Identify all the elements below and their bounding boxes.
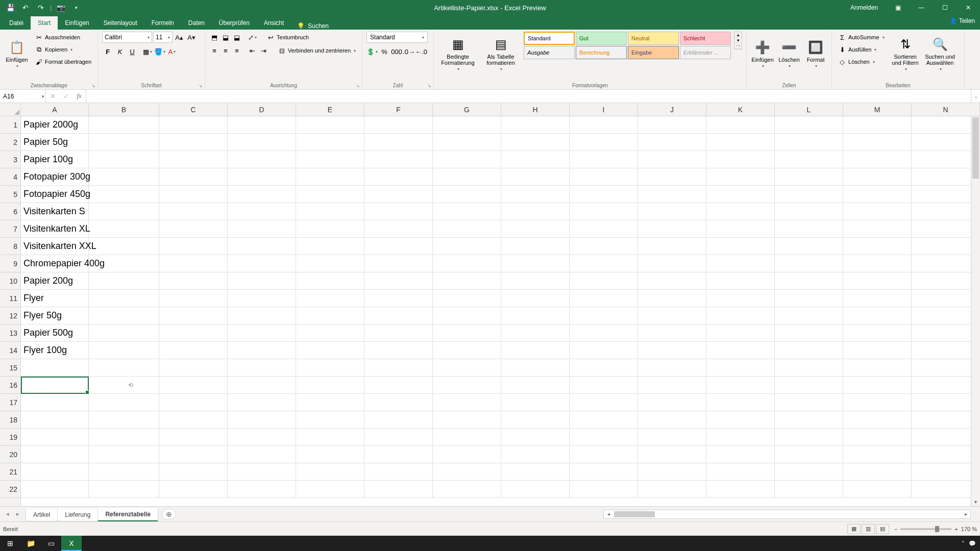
cell-B2[interactable] <box>89 134 159 151</box>
close-icon[interactable]: ✕ <box>957 0 980 15</box>
autosum-button[interactable]: ΣAutoSumme▾ <box>836 32 887 43</box>
cell-D22[interactable] <box>228 481 296 497</box>
cell-D11[interactable] <box>228 290 296 307</box>
cell-H22[interactable] <box>501 481 570 497</box>
cell-E13[interactable] <box>296 324 364 341</box>
select-all-button[interactable] <box>0 103 21 116</box>
cell-C8[interactable] <box>159 238 228 255</box>
cell-D1[interactable] <box>228 116 296 133</box>
cell-M9[interactable] <box>843 255 912 272</box>
column-header-K[interactable]: K <box>706 103 775 116</box>
cell-K12[interactable] <box>706 307 775 324</box>
cell-B11[interactable] <box>89 290 159 307</box>
row-header-17[interactable]: 17 <box>0 394 20 411</box>
vertical-scrollbar[interactable]: ▴ ▾ <box>971 116 980 506</box>
cell-J17[interactable] <box>638 394 706 411</box>
cell-M7[interactable] <box>843 220 912 237</box>
cell-I8[interactable] <box>570 238 638 255</box>
cell-L20[interactable] <box>775 446 843 463</box>
cell-L19[interactable] <box>775 429 843 445</box>
row-header-3[interactable]: 3 <box>0 151 20 168</box>
cell-N6[interactable] <box>912 203 980 220</box>
cell-G15[interactable] <box>433 359 501 376</box>
cell-E19[interactable] <box>296 429 364 445</box>
gallery-more-icon[interactable]: ⋯ <box>734 43 742 49</box>
styles-gallery-scroll[interactable]: ▴ ▾ ⋯ <box>734 32 742 49</box>
cell-M6[interactable] <box>843 203 912 220</box>
align-launcher-icon[interactable]: ↘ <box>356 83 360 88</box>
cell-L16[interactable] <box>775 377 843 393</box>
camera-icon[interactable]: 📷 <box>55 2 67 14</box>
cell-K1[interactable] <box>706 116 775 133</box>
cell-L3[interactable] <box>775 151 843 168</box>
cell-N17[interactable] <box>912 394 980 411</box>
cell-A22[interactable] <box>21 481 89 497</box>
tab-ueberpruefen[interactable]: Überprüfen <box>212 16 257 30</box>
cell-M20[interactable] <box>843 446 912 463</box>
cell-I2[interactable] <box>570 134 638 151</box>
cell-D13[interactable] <box>228 324 296 341</box>
cell-D9[interactable] <box>228 255 296 272</box>
row-header-10[interactable]: 10 <box>0 272 20 290</box>
cell-N16[interactable] <box>912 377 980 393</box>
cell-L12[interactable] <box>775 307 843 324</box>
cell-M3[interactable] <box>843 151 912 168</box>
cell-E2[interactable] <box>296 134 364 151</box>
tab-datei[interactable]: Datei <box>2 16 31 30</box>
cell-G14[interactable] <box>433 342 501 359</box>
share-button[interactable]: 👤 Teilen <box>949 17 975 24</box>
hscroll-thumb[interactable] <box>614 511 655 517</box>
font-name-select[interactable]: Calibri▾ <box>102 32 152 43</box>
cell-F5[interactable] <box>364 186 433 203</box>
cell-M17[interactable] <box>843 394 912 411</box>
cell-L5[interactable] <box>775 186 843 203</box>
cell-A18[interactable] <box>21 411 89 428</box>
tab-daten[interactable]: Daten <box>181 16 212 30</box>
vscroll-thumb[interactable] <box>972 117 979 179</box>
cell-J9[interactable] <box>638 255 706 272</box>
cell-K16[interactable] <box>706 377 775 393</box>
style-berechnung[interactable]: Berechnung <box>576 46 627 59</box>
cell-J14[interactable] <box>638 342 706 359</box>
cell-M8[interactable] <box>843 238 912 255</box>
cell-D14[interactable] <box>228 342 296 359</box>
column-header-J[interactable]: J <box>638 103 706 116</box>
qat-customize-icon[interactable]: ▾ <box>70 2 82 14</box>
cell-G3[interactable] <box>433 151 501 168</box>
cell-C6[interactable] <box>159 203 228 220</box>
cell-C12[interactable] <box>159 307 228 324</box>
cell-G13[interactable] <box>433 324 501 341</box>
zoom-in-icon[interactable]: + <box>954 526 958 532</box>
cell-B4[interactable] <box>89 168 159 185</box>
font-size-select[interactable]: 11▾ <box>153 32 173 43</box>
cell-L1[interactable] <box>775 116 843 133</box>
cell-H15[interactable] <box>501 359 570 376</box>
cell-G6[interactable] <box>433 203 501 220</box>
cell-C21[interactable] <box>159 463 228 480</box>
cell-J7[interactable] <box>638 220 706 237</box>
cell-N4[interactable] <box>912 168 980 185</box>
cell-L6[interactable] <box>775 203 843 220</box>
file-explorer-icon[interactable]: 📁 <box>20 536 41 551</box>
cell-A9[interactable]: Chromepapier 400g <box>21 255 89 272</box>
increase-indent-icon[interactable]: ⇥ <box>258 45 268 56</box>
row-header-8[interactable]: 8 <box>0 238 20 255</box>
cell-G17[interactable] <box>433 394 501 411</box>
cell-A8[interactable]: Visitenkarten XXL <box>21 238 89 255</box>
style-gut[interactable]: Gut <box>576 32 627 45</box>
start-button[interactable]: ⊞ <box>0 536 20 551</box>
name-box[interactable]: A16 ▾ <box>0 90 46 103</box>
row-header-2[interactable]: 2 <box>0 134 20 151</box>
cell-B7[interactable] <box>89 220 159 237</box>
row-header-18[interactable]: 18 <box>0 411 20 429</box>
align-center-icon[interactable]: ≡ <box>220 45 231 56</box>
increase-decimal-icon[interactable]: .0→ <box>403 46 414 57</box>
excel-taskbar-icon[interactable]: X <box>61 536 82 551</box>
cell-L2[interactable] <box>775 134 843 151</box>
cell-K9[interactable] <box>706 255 775 272</box>
cell-B12[interactable] <box>89 307 159 324</box>
row-header-6[interactable]: 6 <box>0 203 20 220</box>
decrease-indent-icon[interactable]: ⇤ <box>247 45 257 56</box>
column-header-L[interactable]: L <box>775 103 843 116</box>
cell-D16[interactable] <box>228 377 296 393</box>
